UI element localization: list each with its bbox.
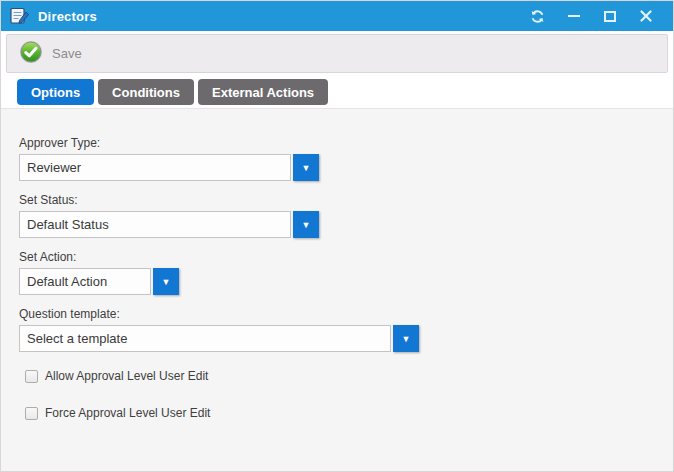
refresh-icon[interactable]	[530, 9, 545, 24]
force-approval-edit-checkbox[interactable]	[25, 407, 38, 420]
form-edit-icon	[10, 7, 30, 25]
window-title: Directors	[38, 9, 97, 24]
checkbox-section: Allow Approval Level User Edit Force App…	[19, 369, 673, 420]
allow-approval-edit-checkbox[interactable]	[25, 370, 38, 383]
maximize-icon[interactable]	[602, 9, 617, 24]
tabstrip: Options Conditions External Actions	[1, 79, 673, 105]
set-action-value[interactable]: Default Action	[19, 268, 151, 295]
set-status-value[interactable]: Default Status	[19, 211, 291, 238]
question-template-field: Question template: Select a template ▼	[19, 307, 673, 352]
set-status-field: Set Status: Default Status ▼	[19, 193, 673, 238]
chevron-down-icon[interactable]: ▼	[293, 211, 319, 238]
approver-type-label: Approver Type:	[19, 136, 673, 150]
set-status-dropdown: Default Status ▼	[19, 211, 319, 238]
approver-type-dropdown: Reviewer ▼	[19, 154, 319, 181]
minimize-icon[interactable]	[566, 9, 581, 24]
tab-options[interactable]: Options	[17, 79, 94, 105]
chevron-down-icon[interactable]: ▼	[393, 325, 419, 352]
question-template-value[interactable]: Select a template	[19, 325, 391, 352]
approver-type-field: Approver Type: Reviewer ▼	[19, 136, 673, 181]
allow-approval-edit-row: Allow Approval Level User Edit	[19, 369, 673, 383]
directors-dialog: Directors	[0, 0, 674, 472]
window-controls	[530, 9, 663, 24]
save-button[interactable]: Save	[19, 40, 82, 68]
approver-type-value[interactable]: Reviewer	[19, 154, 291, 181]
question-template-dropdown: Select a template ▼	[19, 325, 419, 352]
toolbar: Save	[6, 34, 668, 73]
allow-approval-edit-label: Allow Approval Level User Edit	[45, 369, 208, 383]
set-action-label: Set Action:	[19, 250, 673, 264]
force-approval-edit-row: Force Approval Level User Edit	[19, 406, 673, 420]
chevron-down-icon[interactable]: ▼	[153, 268, 179, 295]
set-action-dropdown: Default Action ▼	[19, 268, 179, 295]
options-panel: Approver Type: Reviewer ▼ Set Status: De…	[1, 108, 673, 471]
question-template-label: Question template:	[19, 307, 673, 321]
close-icon[interactable]	[638, 9, 653, 24]
set-status-label: Set Status:	[19, 193, 673, 207]
titlebar: Directors	[1, 1, 673, 31]
tab-conditions[interactable]: Conditions	[98, 79, 194, 105]
green-check-icon	[19, 40, 43, 68]
chevron-down-icon[interactable]: ▼	[293, 154, 319, 181]
set-action-field: Set Action: Default Action ▼	[19, 250, 673, 295]
tab-external-actions[interactable]: External Actions	[198, 79, 328, 105]
save-label: Save	[52, 46, 82, 61]
force-approval-edit-label: Force Approval Level User Edit	[45, 406, 210, 420]
